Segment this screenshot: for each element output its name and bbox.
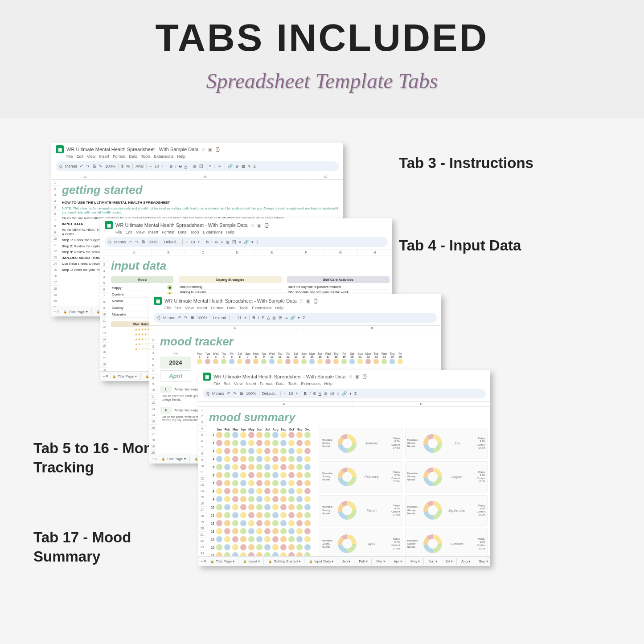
toolbar-menus[interactable]: Menus [65,164,77,168]
month-cell[interactable]: April [160,370,191,381]
print-icon[interactable]: 🖶 [141,240,145,244]
doc-title[interactable]: WR Ultimate Mental Health Spreadsheet - … [213,374,346,379]
sheet-tab[interactable]: Jan ▾ [338,558,354,565]
percent-icon[interactable]: % [126,164,130,168]
menu-view[interactable]: View [136,230,144,234]
menu-edit[interactable]: Edit [126,230,133,234]
underline-icon[interactable]: A [185,164,187,168]
sheet-tab[interactable]: Sep ▾ [475,558,490,565]
borders-icon[interactable]: 田 [199,164,203,169]
functions-icon[interactable]: Σ [256,240,259,244]
tab-title-page[interactable]: 🔒Title Page ▾ [158,455,190,462]
print-icon[interactable]: 🖶 [92,164,96,168]
tab-title-page[interactable]: 🔒Title Page ▾ [109,373,141,380]
search-icon[interactable]: Q [108,240,111,244]
borders-icon[interactable]: 田 [232,239,236,245]
redo-icon[interactable]: ↷ [184,316,188,320]
align-icon[interactable]: ≡ [209,164,211,168]
all-sheets-icon[interactable]: ≡ [155,457,157,461]
menu-help[interactable]: Help [275,306,283,310]
strike-icon[interactable]: S [179,164,182,168]
star-icon[interactable]: ☆ [201,147,205,152]
search-icon[interactable]: Q [157,316,160,320]
zoom[interactable]: 100% [148,240,158,244]
menu-view[interactable]: View [185,306,193,310]
insert-icon[interactable]: ▦ [242,164,246,168]
wrap-icon[interactable]: ↵ [218,164,222,168]
sheet-tab[interactable]: 🔒Getting Started ▾ [265,558,304,565]
col-b[interactable]: B [103,174,309,179]
menu-edit[interactable]: Edit [175,306,182,310]
undo-icon[interactable]: ↶ [129,240,132,244]
sheet-tab[interactable]: Apr ▾ [390,558,406,565]
currency-icon[interactable]: $ [121,164,123,168]
bold-icon[interactable]: B [170,164,173,168]
sheet-tab[interactable]: 🔒Input Data ▾ [305,558,337,565]
italic-icon[interactable]: I [211,240,213,244]
menu-tools[interactable]: Tools [190,230,199,234]
link-icon[interactable]: 🔗 [228,164,233,168]
menu-data[interactable]: Data [129,154,137,159]
filter-icon[interactable]: ▾ [251,240,254,244]
sheet-tab[interactable]: Jun ▾ [425,558,441,565]
menu-extensions[interactable]: Extensions [203,230,222,234]
undo-icon[interactable]: ↶ [80,164,83,168]
bold-icon[interactable]: B [206,240,209,244]
redo-icon[interactable]: ↷ [135,240,139,244]
menu-data[interactable]: Data [227,306,235,310]
doc-title[interactable]: WR Ultimate Mental Health Spreadsheet - … [164,298,297,304]
font-size-minus[interactable]: − [185,240,188,244]
menu-format[interactable]: Format [162,230,175,234]
folder-icon[interactable]: ▣ [208,147,212,152]
undo-icon[interactable]: ↶ [178,316,181,320]
filter-icon[interactable]: ▾ [248,164,250,168]
font-size-minus[interactable]: − [149,164,152,168]
add-sheet-icon[interactable]: + [152,457,154,461]
star-icon[interactable]: ☆ [250,223,254,228]
menu-view[interactable]: View [87,154,95,159]
fill-icon[interactable]: ◍ [193,164,197,168]
all-sheets-icon[interactable]: ≡ [57,310,59,314]
folder-icon[interactable]: ▣ [355,374,359,379]
sheet-tab[interactable]: Feb ▾ [355,558,372,565]
select-all[interactable] [100,250,117,255]
add-sheet-icon[interactable]: + [103,374,105,378]
align-icon[interactable]: ≡ [239,240,241,244]
menu-format[interactable]: Format [113,154,126,159]
menu-insert[interactable]: Insert [99,154,109,159]
font-size[interactable]: 10 [190,240,195,244]
menu-insert[interactable]: Insert [197,306,207,310]
link-icon[interactable]: 🔗 [244,240,249,244]
redo-icon[interactable]: ↷ [86,164,90,168]
fill-icon[interactable]: ◍ [226,240,230,244]
col-a[interactable]: A [68,174,103,179]
font-size[interactable]: 10 [154,164,159,168]
select-all[interactable] [51,174,68,179]
all-sheets-icon[interactable]: ≡ [204,559,206,563]
zoom[interactable]: 100% [105,164,115,168]
menu-tools[interactable]: Tools [141,154,150,159]
strike-icon[interactable]: S [215,240,218,244]
menu-help[interactable]: Help [226,230,234,234]
menu-file[interactable]: File [164,306,171,310]
menu-edit[interactable]: Edit [77,154,84,159]
menu-data[interactable]: Data [178,230,186,234]
add-sheet-icon[interactable]: + [201,559,203,563]
sheet-tab[interactable]: 🔒Legal ▾ [239,558,264,565]
col-c[interactable]: C [308,174,343,179]
star-icon[interactable]: ☆ [349,374,353,379]
font-picker[interactable]: Lexend [213,316,226,320]
menu-file[interactable]: File [66,154,73,159]
print-icon[interactable]: 🖶 [190,316,194,320]
doc-title[interactable]: WR Ultimate Mental Health Spreadsheet - … [66,147,199,152]
underline-icon[interactable]: A [221,240,223,244]
add-sheet-icon[interactable]: + [54,310,56,314]
folder-icon[interactable]: ▣ [306,299,310,304]
tab-title-page[interactable]: 🔒Title Page ▾ [60,308,92,315]
folder-icon[interactable]: ▣ [257,223,261,228]
valign-icon[interactable]: ↕ [214,164,216,168]
sheet-tab[interactable]: Jul ▾ [442,558,457,565]
italic-icon[interactable]: I [175,164,176,168]
font-size-plus[interactable]: + [161,164,164,168]
sheet-tab[interactable]: 🔒Title Page ▾ [207,558,238,565]
